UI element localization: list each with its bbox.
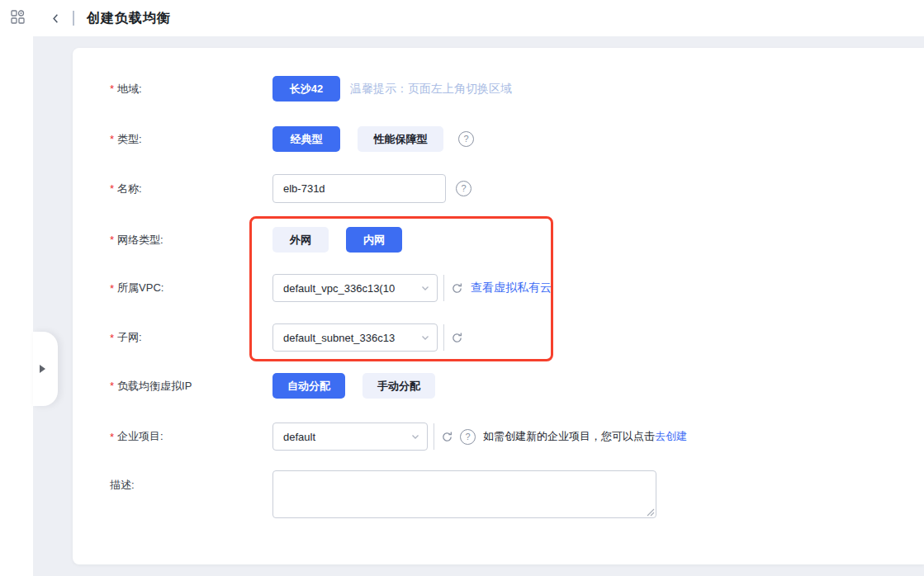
network-option-internal[interactable]: 内网 (346, 227, 402, 253)
form-row-name: * 名称: ? (73, 174, 924, 203)
header-divider (73, 11, 74, 26)
required-asterisk: * (110, 133, 114, 145)
app-window: 创建负载均衡 * 地域: 长沙42 温馨提示：页面左上角切换区域 * 类型: 经… (0, 0, 924, 576)
network-option-external[interactable]: 外网 (272, 227, 329, 253)
field-label-name: * 名称: (110, 182, 272, 196)
field-label-text: 负载均衡虚拟IP (117, 379, 192, 394)
panel-collapse-handle[interactable] (33, 332, 58, 406)
form-row-vpc: * 所属VPC: default_vpc_336c13(10 查看虚拟私有云 (73, 274, 924, 302)
vip-option-auto[interactable]: 自动分配 (272, 373, 345, 399)
required-asterisk: * (110, 332, 114, 344)
field-label-description: 描述: (110, 470, 272, 493)
back-button[interactable] (50, 12, 62, 25)
form-row-enterprise-project: * 企业项目: default ? 如需创建新的企业项目，您可以点击去创建 (73, 423, 924, 451)
field-label-text: 网络类型: (117, 233, 163, 248)
field-label-text: 名称: (117, 182, 142, 196)
form-row-vip: * 负载均衡虚拟IP 自动分配 手动分配 (73, 373, 924, 399)
triangle-right-icon (40, 365, 45, 373)
field-label-vpc: * 所属VPC: (110, 281, 272, 295)
enterprise-project-select-value: default (283, 431, 315, 443)
vpc-select[interactable]: default_vpc_336c13(10 (272, 274, 438, 302)
field-label-network-type: * 网络类型: (110, 233, 272, 248)
control-divider (443, 275, 444, 301)
region-button[interactable]: 长沙42 (272, 76, 340, 102)
required-asterisk: * (110, 83, 114, 95)
view-vpc-link[interactable]: 查看虚拟私有云 (471, 281, 552, 295)
type-option-guaranteed[interactable]: 性能保障型 (358, 126, 443, 152)
refresh-icon[interactable] (441, 431, 453, 443)
chevron-left-icon (50, 12, 62, 25)
note-text: 如需创建新的企业项目，您可以点击 (483, 430, 655, 442)
refresh-icon[interactable] (451, 332, 463, 344)
required-asterisk: * (110, 182, 114, 195)
form-card: * 地域: 长沙42 温馨提示：页面左上角切换区域 * 类型: 经典型 性能保障… (73, 48, 924, 564)
field-label-subnet: * 子网: (110, 330, 272, 345)
field-label-text: 所属VPC: (117, 281, 163, 295)
field-label-text: 类型: (117, 132, 142, 147)
help-icon[interactable]: ? (456, 181, 471, 196)
field-label-text: 子网: (117, 330, 142, 345)
form-row-region: * 地域: 长沙42 温馨提示：页面左上角切换区域 (73, 76, 924, 102)
enterprise-project-select[interactable]: default (272, 423, 428, 451)
apps-grid-icon[interactable] (11, 10, 25, 24)
field-label-text: 地域: (117, 82, 142, 97)
required-asterisk: * (110, 431, 114, 443)
chevron-down-icon (420, 333, 430, 342)
region-hint-text: 温馨提示：页面左上角切换区域 (350, 82, 512, 97)
left-sidebar (0, 0, 33, 576)
field-label-vip: * 负载均衡虚拟IP (110, 379, 272, 394)
field-label-type: * 类型: (110, 132, 272, 147)
form-row-subnet: * 子网: default_subnet_336c13 (73, 323, 924, 352)
required-asterisk: * (110, 380, 114, 392)
help-icon[interactable]: ? (460, 429, 476, 445)
subnet-select-value: default_subnet_336c13 (283, 332, 395, 344)
page-header: 创建负载均衡 (33, 0, 924, 36)
control-divider (443, 324, 444, 351)
control-divider (434, 423, 434, 450)
description-textarea[interactable] (272, 470, 656, 518)
help-icon[interactable]: ? (458, 131, 474, 147)
subnet-select[interactable]: default_subnet_336c13 (272, 323, 438, 352)
required-asterisk: * (110, 234, 114, 246)
field-label-enterprise-project: * 企业项目: (110, 429, 272, 444)
refresh-icon[interactable] (451, 282, 463, 295)
field-label-text: 描述: (110, 478, 135, 493)
form-row-type: * 类型: 经典型 性能保障型 ? (73, 126, 924, 152)
field-label-text: 企业项目: (117, 429, 163, 444)
enterprise-project-note: 如需创建新的企业项目，您可以点击去创建 (483, 429, 687, 444)
vpc-select-value: default_vpc_336c13(10 (283, 282, 395, 295)
required-asterisk: * (110, 282, 114, 295)
name-input[interactable] (272, 174, 446, 203)
chevron-down-icon (410, 432, 420, 441)
form-row-description: 描述: (73, 470, 924, 518)
page-title: 创建负载均衡 (87, 10, 171, 27)
description-textarea-wrap (272, 470, 656, 518)
vip-option-manual[interactable]: 手动分配 (362, 373, 435, 399)
chevron-down-icon (420, 283, 430, 293)
form-row-network-type: * 网络类型: 外网 内网 (73, 227, 924, 253)
type-option-classic[interactable]: 经典型 (272, 126, 340, 152)
field-label-region: * 地域: (110, 82, 272, 97)
create-enterprise-project-link[interactable]: 去创建 (655, 430, 687, 442)
